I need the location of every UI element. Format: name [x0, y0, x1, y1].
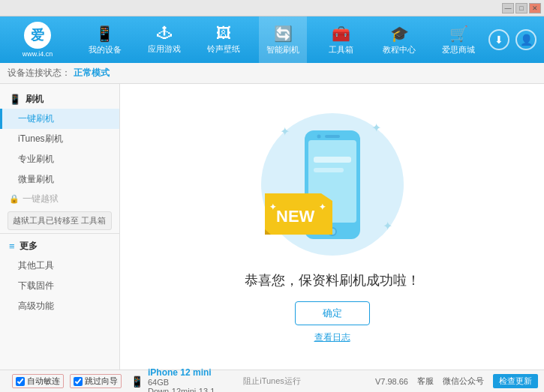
main-area: 📱 刷机 一键刷机 iTunes刷机 专业刷机 微量刷机 🔒 一键越狱 越狱工具… — [0, 84, 544, 370]
wechat-link[interactable]: 微信公众号 — [443, 376, 484, 387]
skip-wizard-label: 跳过向导 — [85, 376, 118, 387]
confirm-button[interactable]: 确定 — [295, 301, 370, 325]
main-content: ✦ ✦ ✦ — [120, 84, 544, 370]
toolbox-icon: 🧰 — [332, 25, 350, 43]
auto-connect-checkbox[interactable]: 自动敏连 — [12, 374, 64, 388]
svg-text:NEW: NEW — [276, 207, 315, 226]
new-banner: ✦ ✦ NEW — [265, 193, 332, 237]
svg-point-7 — [317, 134, 320, 138]
sidebar-divider — [0, 233, 119, 234]
toolbox-label: 工具箱 — [329, 44, 353, 55]
user-button[interactable]: 👤 — [515, 29, 536, 50]
wallpaper-icon: 🖼 — [216, 25, 231, 42]
store-icon: 🛒 — [449, 25, 468, 43]
nav-wallpaper[interactable]: 🖼 铃声壁纸 — [200, 16, 248, 63]
star-icon-1: ✦ — [280, 124, 290, 139]
sidebar-item-itunes-flash[interactable]: iTunes刷机 — [0, 129, 119, 149]
notice-text: 越狱工具已转移至 工具箱 — [13, 216, 106, 225]
status-label: 设备连接状态： — [8, 67, 71, 79]
bottom-right: V7.98.66 客服 微信公众号 检查更新 — [375, 374, 538, 388]
auto-connect-label: 自动敏连 — [27, 376, 60, 387]
device-phone-icon: 📱 — [131, 376, 143, 388]
sidebar-item-download-firmware[interactable]: 下载固件 — [0, 276, 119, 296]
skip-wizard-input[interactable] — [74, 377, 83, 386]
apps-games-icon: 🕹 — [157, 25, 172, 42]
tutorial-label: 教程中心 — [383, 44, 416, 55]
nav-tutorial[interactable]: 🎓 教程中心 — [375, 16, 423, 63]
tutorial-icon: 🎓 — [390, 25, 409, 43]
title-bar: — □ ✕ — [0, 0, 544, 16]
store-label: 爱思商城 — [442, 44, 475, 55]
more-section-icon: ≡ — [9, 241, 15, 252]
sidebar-section-more: ≡ 更多 — [0, 237, 119, 256]
more-section-title: 更多 — [20, 240, 38, 253]
device-name: iPhone 12 mini — [148, 367, 215, 378]
check-update-button[interactable]: 检查更新 — [493, 374, 538, 388]
nav-bar: 📱 我的设备 🕹 应用游戏 🖼 铃声壁纸 🔄 智能刷机 🧰 工具箱 🎓 教程中心… — [75, 16, 488, 63]
nav-smart-flash[interactable]: 🔄 智能刷机 — [259, 16, 307, 63]
svg-rect-6 — [325, 135, 340, 138]
svg-text:✦: ✦ — [269, 202, 276, 211]
logo-area: 爱 www.i4.cn — [0, 22, 75, 58]
flash-section-icon: 📱 — [9, 94, 21, 105]
device-firmware: Down-12mini-13,1 — [148, 387, 215, 393]
sidebar-item-advanced[interactable]: 高级功能 — [0, 296, 119, 316]
nav-store[interactable]: 🛒 爱思商城 — [434, 16, 482, 63]
goto-log-link[interactable]: 查看日志 — [314, 331, 350, 344]
device-storage: 64GB — [148, 378, 215, 387]
my-device-label: 我的设备 — [89, 44, 122, 55]
svg-text:✦: ✦ — [319, 202, 326, 211]
logo-text: www.i4.cn — [23, 50, 53, 58]
my-device-icon: 📱 — [95, 25, 114, 43]
sidebar-item-data-flash[interactable]: 微量刷机 — [0, 169, 119, 190]
sidebar-section-flash: 📱 刷机 — [0, 90, 119, 109]
new-banner-svg: ✦ ✦ NEW — [265, 193, 332, 235]
sidebar-jailbreak-disabled: 🔒 一键越狱 — [0, 190, 119, 208]
sidebar-item-one-click-flash[interactable]: 一键刷机 — [0, 109, 119, 129]
itunes-status: 阻止iTunes运行 — [243, 376, 301, 387]
version-label: V7.98.66 — [375, 377, 408, 386]
sidebar-notice: 越狱工具已转移至 工具箱 — [8, 211, 112, 230]
nav-toolbox[interactable]: 🧰 工具箱 — [319, 16, 364, 63]
close-btn[interactable]: ✕ — [529, 3, 541, 13]
download-button[interactable]: ⬇ — [488, 29, 509, 50]
sidebar-item-other-tools[interactable]: 其他工具 — [0, 256, 119, 276]
maximize-btn[interactable]: □ — [515, 3, 527, 13]
minimize-btn[interactable]: — — [502, 3, 514, 13]
status-value: 正常模式 — [74, 67, 110, 79]
nav-apps-games[interactable]: 🕹 应用游戏 — [140, 16, 188, 63]
smart-flash-label: 智能刷机 — [266, 44, 299, 55]
status-bar: 设备连接状态： 正常模式 — [0, 63, 544, 84]
star-icon-2: ✦ — [371, 121, 381, 135]
header: 爱 www.i4.cn 📱 我的设备 🕹 应用游戏 🖼 铃声壁纸 🔄 智能刷机 … — [0, 16, 544, 63]
device-details-block: iPhone 12 mini 64GB Down-12mini-13,1 — [148, 367, 215, 393]
logo-icon: 爱 — [24, 22, 51, 49]
flash-section-title: 刷机 — [26, 93, 44, 106]
sidebar-item-pro-flash[interactable]: 专业刷机 — [0, 149, 119, 169]
smart-flash-icon: 🔄 — [274, 25, 293, 43]
header-actions: ⬇ 👤 — [488, 29, 544, 50]
star-icon-3: ✦ — [383, 219, 392, 233]
lock-icon: 🔒 — [9, 194, 20, 204]
nav-my-device[interactable]: 📱 我的设备 — [81, 16, 129, 63]
svg-rect-2 — [314, 157, 351, 163]
jailbreak-label: 一键越狱 — [23, 193, 59, 205]
wallpaper-label: 铃声壁纸 — [207, 43, 240, 55]
apps-games-label: 应用游戏 — [148, 43, 181, 55]
skip-wizard-checkbox[interactable]: 跳过向导 — [70, 374, 122, 388]
sidebar: 📱 刷机 一键刷机 iTunes刷机 专业刷机 微量刷机 🔒 一键越狱 越狱工具… — [0, 84, 120, 370]
svg-rect-3 — [314, 168, 344, 172]
auto-connect-input[interactable] — [16, 377, 25, 386]
bottom-bar: 自动敏连 跳过向导 📱 iPhone 12 mini 64GB Down-12m… — [0, 370, 544, 392]
illustration: ✦ ✦ ✦ — [257, 109, 407, 259]
success-text: 恭喜您，保资料刷机成功啦！ — [245, 271, 420, 289]
device-info: 📱 iPhone 12 mini 64GB Down-12mini-13,1 — [131, 367, 215, 393]
customer-service-link[interactable]: 客服 — [417, 376, 434, 387]
device-checkboxes: 自动敏连 跳过向导 — [12, 374, 122, 388]
